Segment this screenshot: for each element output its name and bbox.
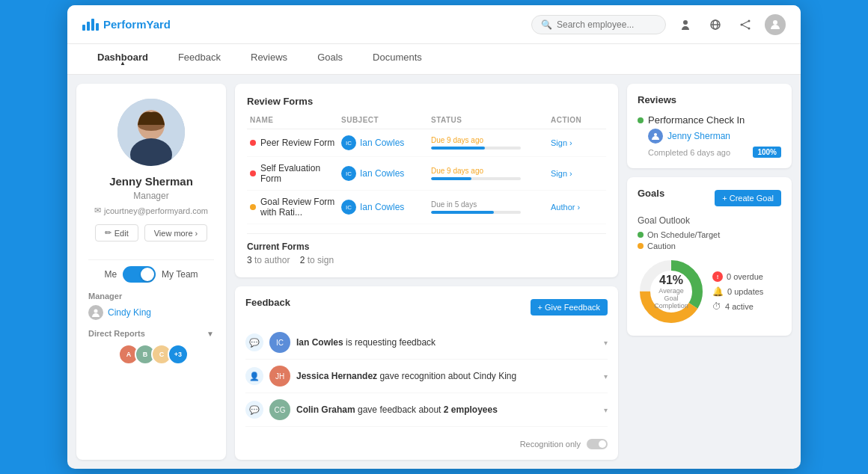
share-icon[interactable] xyxy=(735,14,756,35)
logo-icon xyxy=(82,19,99,31)
goal-stats: ! 0 overdue 🔔 0 updates ⏱ 4 active xyxy=(712,271,763,312)
direct-reports-label: Direct Reports xyxy=(88,329,207,338)
table-row: Self Evaluation Form IC Ian Cowles Due 9… xyxy=(247,157,606,191)
review-date: Completed 6 days ago xyxy=(648,148,730,157)
status-dot-red xyxy=(250,170,256,176)
view-more-button[interactable]: View more › xyxy=(144,224,207,241)
report-avatar-more[interactable]: +3 xyxy=(168,344,189,365)
create-goal-button[interactable]: + Create Goal xyxy=(715,190,781,206)
goals-title: Goals xyxy=(638,188,664,199)
toggle-me-label: Me xyxy=(104,269,117,280)
chat-icon: 💬 xyxy=(245,401,263,419)
nav-documents[interactable]: Documents xyxy=(358,44,437,74)
svg-line-6 xyxy=(742,21,749,25)
nav-dashboard[interactable]: Dashboard ▲ xyxy=(82,44,163,74)
feedback-title: Feedback xyxy=(245,297,290,308)
app-logo: PerformYard xyxy=(82,18,531,31)
chevron-down-icon[interactable]: ▾ xyxy=(604,339,608,347)
table-row: Goal Review Form with Rati... IC Ian Cow… xyxy=(247,191,606,224)
goal-outlook-label: Goal Outlook xyxy=(638,215,781,226)
reviews-title: Reviews xyxy=(638,94,781,105)
manager-label: Manager xyxy=(88,292,214,301)
edit-button[interactable]: ✏ Edit xyxy=(95,224,138,241)
status-dot-yellow xyxy=(250,204,256,210)
goal-legend: On Schedule/Target Caution xyxy=(638,230,781,250)
chevron-down-icon[interactable]: ▾ xyxy=(604,372,608,381)
progress-fill xyxy=(431,147,485,150)
globe-icon[interactable] xyxy=(705,14,726,35)
recognition-only-label: Recognition only xyxy=(520,440,581,449)
completion-badge: 100% xyxy=(753,147,781,158)
person-add-icon[interactable] xyxy=(675,14,696,35)
manager-row: Cindy King xyxy=(88,305,214,320)
list-item: 💬 CG Colin Graham gave feedback about 2 … xyxy=(245,393,608,427)
search-icon: 🔍 xyxy=(541,19,552,30)
status-dot-red xyxy=(250,140,256,146)
subject-avatar: IC xyxy=(341,166,356,181)
reviews-card: Reviews Performance Check In Jenny Sherm… xyxy=(627,84,792,168)
progress-bar xyxy=(431,211,521,214)
feedback-header: Feedback + Give Feedback xyxy=(245,297,608,317)
donut-chart: 41% Average GoalCompletion xyxy=(638,258,705,325)
give-feedback-button[interactable]: + Give Feedback xyxy=(531,299,608,316)
direct-reports-avatars: A B C +3 xyxy=(118,344,184,365)
yellow-legend-dot xyxy=(638,243,644,249)
header-actions: 🔍 xyxy=(531,14,786,35)
review-item: Performance Check In Jenny Sherman Compl… xyxy=(638,114,781,158)
list-item: 💬 IC Ian Cowles is requesting feedback ▾ xyxy=(245,326,608,360)
svg-point-15 xyxy=(654,133,657,136)
bell-icon: 🔔 xyxy=(712,286,724,297)
subject-avatar: IC xyxy=(341,135,356,150)
person-icon: 👤 xyxy=(245,367,263,385)
table-row: Peer Review Form IC Ian Cowles Due 9 day… xyxy=(247,129,606,157)
review-forms-card: Review Forms NAME SUBJECT STATUS actiON … xyxy=(235,84,618,277)
profile-email: ✉ jcourtney@performyard.com xyxy=(94,206,208,215)
progress-fill xyxy=(431,177,471,180)
search-input[interactable] xyxy=(557,19,656,30)
main-nav: Dashboard ▲ Feedback Reviews Goals Docum… xyxy=(67,44,801,75)
nav-reviews[interactable]: Reviews xyxy=(236,44,302,74)
current-forms: Current Forms 3 to author 2 to sign xyxy=(247,233,606,265)
progress-fill xyxy=(431,211,494,214)
review-person-avatar xyxy=(648,129,663,144)
sign-action-2[interactable]: Sign › xyxy=(551,169,603,178)
feedback-avatar-2: JH xyxy=(269,366,290,387)
green-status-dot xyxy=(638,117,644,123)
svg-point-8 xyxy=(773,20,777,25)
manager-avatar xyxy=(88,305,103,320)
table-header: NAME SUBJECT STATUS actiON xyxy=(247,116,606,129)
manager-name[interactable]: Cindy King xyxy=(108,307,151,318)
recognition-only-row: Recognition only xyxy=(245,434,608,449)
user-avatar[interactable] xyxy=(765,14,786,35)
subject-avatar: IC xyxy=(341,200,356,215)
progress-bar xyxy=(431,177,521,180)
feedback-card: Feedback + Give Feedback 💬 IC Ian Cowles… xyxy=(235,286,618,460)
sign-action-1[interactable]: Sign › xyxy=(551,138,603,147)
nav-feedback[interactable]: Feedback xyxy=(163,44,236,74)
profile-name: Jenny Sherman xyxy=(109,175,193,188)
goal-chart: 41% Average GoalCompletion ! 0 overdue 🔔… xyxy=(638,258,781,325)
list-item: 👤 JH Jessica Hernandez gave recognition … xyxy=(245,360,608,393)
chevron-down-icon[interactable]: ▼ xyxy=(207,330,214,338)
profile-avatar xyxy=(117,99,185,166)
search-box[interactable]: 🔍 xyxy=(531,15,666,34)
goals-card: Goals + Create Goal Goal Outlook On Sche… xyxy=(627,177,792,336)
review-forms-title: Review Forms xyxy=(247,96,606,107)
overdue-badge: ! xyxy=(712,271,723,282)
chevron-down-icon[interactable]: ▾ xyxy=(604,406,608,414)
author-action[interactable]: Author › xyxy=(551,203,603,212)
direct-reports-header: Direct Reports ▼ xyxy=(88,329,214,338)
toggle-switch[interactable] xyxy=(123,266,156,283)
review-person-name[interactable]: Jenny Sherman xyxy=(667,131,730,141)
profile-card: Jenny Sherman Manager ✉ jcourtney@perfor… xyxy=(76,84,226,460)
chat-icon: 💬 xyxy=(245,333,263,351)
feedback-avatar-3: CG xyxy=(269,399,290,420)
green-legend-dot xyxy=(638,232,644,238)
svg-line-7 xyxy=(742,25,749,28)
nav-goals[interactable]: Goals xyxy=(302,44,358,74)
divider xyxy=(88,259,214,260)
clock-icon: ⏱ xyxy=(712,301,721,312)
recognition-toggle[interactable] xyxy=(587,439,608,449)
me-myteam-toggle: Me My Team xyxy=(88,266,214,283)
toggle-myteam-label: My Team xyxy=(162,269,198,280)
